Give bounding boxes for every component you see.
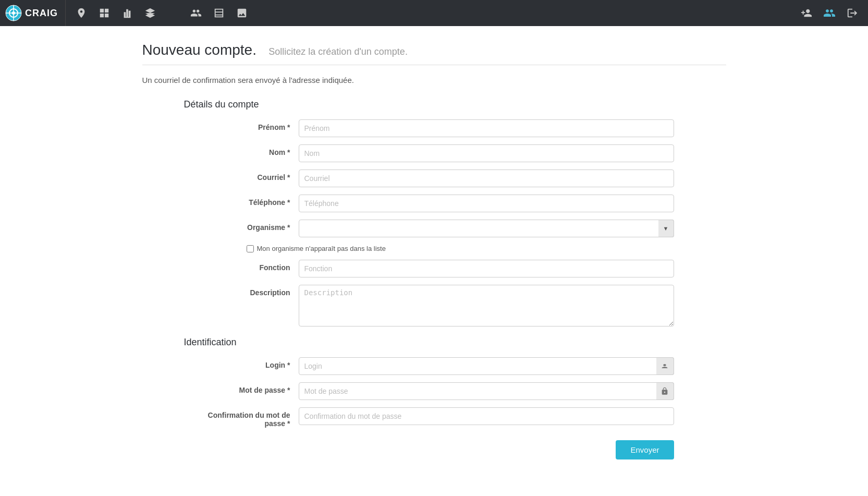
telephone-group: Téléphone * — [194, 195, 674, 212]
page-title-main: Nouveau compte. — [142, 42, 256, 58]
exchange-icon — [167, 7, 179, 19]
fonction-group: Fonction — [194, 260, 674, 277]
users-active-icon — [823, 7, 836, 19]
organisme-label: Organisme * — [194, 220, 299, 232]
confirm-password-label: Confirmation du mot de passe * — [194, 407, 299, 428]
chart-nav-btn[interactable] — [117, 3, 138, 23]
confirm-password-group: Confirmation du mot de passe * — [194, 407, 674, 428]
organisme-group: Organisme * ▼ — [194, 220, 674, 237]
group-icon — [190, 7, 202, 19]
section-identification-title: Identification — [184, 337, 726, 348]
chart-icon — [121, 7, 133, 19]
password-input-wrapper — [299, 382, 674, 400]
telephone-input[interactable] — [299, 195, 674, 212]
layers-icon — [144, 7, 156, 19]
prenom-input[interactable] — [299, 119, 674, 137]
password-group: Mot de passe * — [194, 382, 674, 400]
organisme-select[interactable] — [299, 220, 674, 237]
prenom-label: Prénom * — [194, 119, 299, 131]
add-user-btn[interactable] — [796, 3, 817, 23]
exchange-nav-btn[interactable] — [163, 3, 184, 23]
courriel-label: Courriel * — [194, 170, 299, 182]
no-organisme-checkbox[interactable] — [247, 245, 254, 252]
logout-icon — [847, 7, 858, 19]
grid-nav-btn[interactable] — [94, 3, 115, 23]
prenom-group: Prénom * — [194, 119, 674, 137]
login-label: Login * — [194, 357, 299, 369]
login-input-wrapper — [299, 357, 674, 375]
page-divider — [142, 65, 726, 65]
description-label: Description — [194, 285, 299, 297]
image-nav-btn[interactable] — [231, 3, 252, 23]
table-nav-btn[interactable] — [209, 3, 229, 23]
nom-group: Nom * — [194, 144, 674, 162]
lock-icon — [656, 382, 674, 400]
organisme-select-wrapper: ▼ — [299, 220, 674, 237]
page-title: Nouveau compte. Sollicitez la création d… — [142, 42, 408, 58]
checkbox-group: Mon organisme n'apparaît pas dans la lis… — [247, 245, 726, 252]
checkbox-label[interactable]: Mon organisme n'apparaît pas dans la lis… — [257, 245, 386, 252]
craig-logo — [5, 5, 22, 21]
nom-label: Nom * — [194, 144, 299, 156]
image-icon — [236, 7, 248, 19]
table-icon — [213, 7, 225, 19]
section-account-title: Détails du compte — [184, 99, 726, 110]
add-user-icon — [801, 7, 812, 19]
telephone-label: Téléphone * — [194, 195, 299, 207]
form-actions: Envoyer — [194, 435, 674, 475]
login-input[interactable] — [299, 357, 674, 375]
logout-btn[interactable] — [842, 3, 863, 23]
nav-right-actions — [796, 3, 863, 23]
layers-nav-btn[interactable] — [140, 3, 161, 23]
group-nav-btn[interactable] — [186, 3, 206, 23]
courriel-group: Courriel * — [194, 170, 674, 187]
users-btn[interactable] — [819, 3, 840, 23]
confirm-password-input[interactable] — [299, 407, 674, 425]
submit-button[interactable]: Envoyer — [616, 440, 674, 459]
description-textarea[interactable] — [299, 285, 674, 326]
brand: CRAIG — [5, 0, 66, 26]
navbar: CRAIG — [0, 0, 868, 26]
user-icon — [656, 357, 674, 375]
password-label: Mot de passe * — [194, 382, 299, 394]
password-input[interactable] — [299, 382, 674, 400]
main-content: Nouveau compte. Sollicitez la création d… — [121, 26, 747, 491]
courriel-input[interactable] — [299, 170, 674, 187]
page-subtitle: Sollicitez la création d'un compte. — [268, 46, 408, 57]
fonction-label: Fonction — [194, 260, 299, 272]
grid-icon — [99, 7, 110, 19]
description-group: Description — [194, 285, 674, 326]
confirmation-message: Un courriel de confirmation sera envoyé … — [142, 76, 726, 84]
map-marker-icon — [76, 7, 87, 19]
nom-input[interactable] — [299, 144, 674, 162]
login-group: Login * — [194, 357, 674, 375]
page-header: Nouveau compte. Sollicitez la création d… — [142, 42, 726, 58]
fonction-input[interactable] — [299, 260, 674, 277]
map-marker-nav-btn[interactable] — [71, 3, 92, 23]
brand-name: CRAIG — [25, 8, 58, 19]
